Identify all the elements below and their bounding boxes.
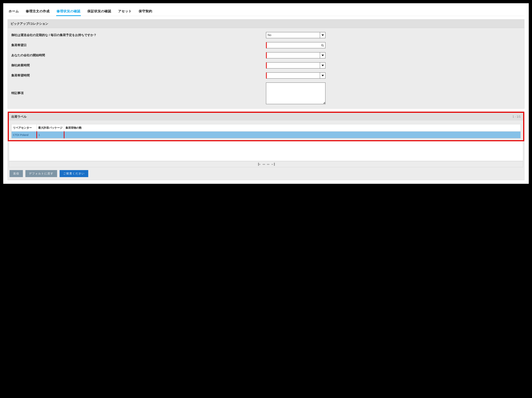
carrier-schedule-label: 御社は運送会社の定期的な / 毎日の集荷予定をお持ちですか？ xyxy=(11,33,266,37)
col-repair-center[interactable]: リペアセンター xyxy=(12,124,37,132)
table-empty-space xyxy=(9,141,523,161)
company-open-select[interactable] xyxy=(266,52,325,58)
submit-button[interactable]: 送信 xyxy=(10,170,23,177)
page-counter: 1 - 1/1 xyxy=(513,115,521,118)
col-num-packages[interactable]: 集荷荷物の数 xyxy=(64,124,521,132)
company-close-label: 御社終業時間 xyxy=(11,64,266,67)
notes-textarea[interactable] xyxy=(266,83,325,104)
svg-point-0 xyxy=(321,44,323,46)
reset-button[interactable]: デフォルトに戻す xyxy=(25,170,57,177)
chevron-down-icon xyxy=(320,73,325,78)
chevron-down-icon xyxy=(320,63,325,68)
pager-first-icon[interactable]: ▐◂ xyxy=(257,163,260,166)
pickup-panel: ピックアップ/コレクション 御社は運送会社の定期的な / 毎日の集荷予定をお持ち… xyxy=(7,19,525,109)
pager-next-icon[interactable]: ▸▸ xyxy=(267,163,270,166)
ship-label-panel: 出荷ラベル 1 - 1/1 リペアセンター 最大許容パッケージ 集荷荷物の数 C… xyxy=(7,111,525,180)
pager-prev-icon[interactable]: ◂◂ xyxy=(262,163,265,166)
desired-time-select[interactable] xyxy=(266,72,325,78)
tab-create-repair[interactable]: 修理注文の作成 xyxy=(25,8,50,16)
pager: ▐◂ ◂◂ ▸▸ ▸▐ xyxy=(9,161,523,167)
tab-warranty-status[interactable]: 保証状況の確認 xyxy=(87,8,112,16)
cell-repair-center: CTDI Poland xyxy=(12,132,37,138)
cell-num-packages[interactable] xyxy=(64,132,521,138)
company-close-select[interactable] xyxy=(266,62,325,69)
notes-label: 特記事項 xyxy=(11,83,266,95)
carrier-schedule-select[interactable]: No xyxy=(266,32,325,38)
tab-repair-status[interactable]: 修理状況の確認 xyxy=(56,8,81,16)
cell-max-package: 1 xyxy=(37,132,64,138)
table-row[interactable]: CTDI Poland 1 xyxy=(12,132,521,138)
col-max-package[interactable]: 最大許容パッケージ xyxy=(37,124,64,132)
chevron-down-icon xyxy=(320,32,325,38)
chevron-down-icon xyxy=(320,52,325,58)
tab-home[interactable]: ホーム xyxy=(8,8,19,16)
pager-last-icon[interactable]: ▸▐ xyxy=(272,163,275,166)
desired-date-label: 集荷希望日 xyxy=(11,43,266,47)
highlight-box: 出荷ラベル 1 - 1/1 リペアセンター 最大許容パッケージ 集荷荷物の数 C… xyxy=(8,112,524,141)
ship-label-table: リペアセンター 最大許容パッケージ 集荷荷物の数 CTDI Poland 1 xyxy=(11,124,521,138)
notice-button[interactable]: ご留意ください xyxy=(60,170,88,177)
ship-label-title: 出荷ラベル xyxy=(11,115,27,119)
company-open-label: あなたの会社の開始時間 xyxy=(11,53,266,57)
desired-time-label: 集荷希望時間 xyxy=(11,73,266,77)
desired-date-input[interactable] xyxy=(266,42,325,48)
main-tabs: ホーム 修理注文の作成 修理状況の確認 保証状況の確認 アセット 保守契約 xyxy=(7,6,525,16)
search-icon[interactable] xyxy=(320,42,324,48)
pickup-panel-title: ピックアップ/コレクション xyxy=(8,19,524,28)
tab-contracts[interactable]: 保守契約 xyxy=(138,8,153,16)
tab-assets[interactable]: アセット xyxy=(118,8,132,16)
svg-line-1 xyxy=(323,46,324,46)
